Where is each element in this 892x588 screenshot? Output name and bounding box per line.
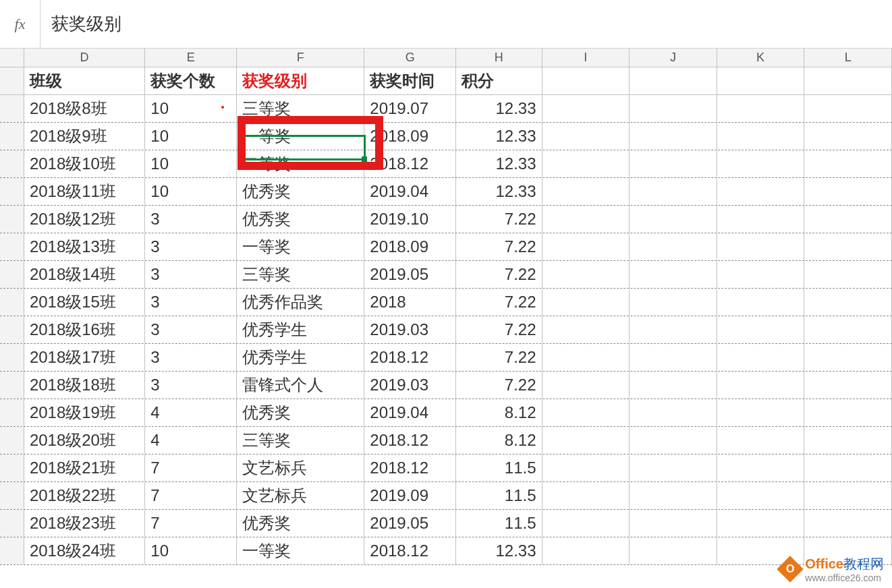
cell-award-level[interactable]: 三等奖 — [237, 95, 364, 122]
cell-class[interactable]: 2018级24班 — [24, 537, 145, 564]
cell-empty-L[interactable] — [804, 510, 892, 537]
cell-empty-K[interactable] — [717, 510, 805, 537]
select-all-corner[interactable] — [0, 49, 24, 67]
cell-empty-K[interactable] — [717, 344, 805, 371]
row-header[interactable] — [0, 123, 24, 150]
cell-empty-I[interactable] — [542, 399, 630, 426]
cell-award-level[interactable]: 优秀学生 — [237, 316, 364, 343]
header-empty-I[interactable] — [542, 67, 630, 94]
cell-score[interactable]: 8.12 — [456, 427, 542, 454]
cell-class[interactable]: 2018级20班 — [24, 427, 145, 454]
cell-empty-J[interactable] — [630, 482, 717, 509]
cell-score[interactable]: 12.33 — [456, 123, 542, 150]
spreadsheet-grid[interactable]: D E F G H I J K L 班级获奖个数获奖级别获奖时间积分2018级8… — [0, 49, 892, 565]
col-header-F[interactable]: F — [237, 49, 364, 67]
cell-empty-I[interactable] — [542, 510, 630, 537]
row-header[interactable] — [0, 206, 24, 233]
header-award-time[interactable]: 获奖时间 — [364, 67, 456, 94]
row-header[interactable] — [0, 95, 24, 122]
cell-empty-I[interactable] — [542, 537, 630, 564]
col-header-I[interactable]: I — [542, 49, 630, 67]
cell-award-time[interactable]: 2018 — [364, 289, 456, 316]
cell-award-time[interactable]: 2018.12 — [364, 427, 456, 454]
row-header[interactable] — [0, 316, 24, 343]
col-header-K[interactable]: K — [717, 49, 805, 67]
cell-empty-J[interactable] — [630, 95, 717, 122]
cell-empty-J[interactable] — [630, 123, 717, 150]
cell-score[interactable]: 11.5 — [456, 482, 542, 509]
cell-empty-I[interactable] — [542, 316, 630, 343]
cell-award-count[interactable]: 7 — [145, 482, 237, 509]
cell-empty-J[interactable] — [630, 261, 717, 288]
col-header-H[interactable]: H — [456, 49, 542, 67]
cell-award-time[interactable]: 2019.10 — [364, 206, 456, 233]
cell-empty-J[interactable] — [630, 510, 717, 537]
cell-score[interactable]: 7.22 — [456, 233, 542, 260]
cell-empty-J[interactable] — [630, 537, 717, 564]
cell-class[interactable]: 2018级10班 — [24, 150, 145, 177]
header-award-level[interactable]: 获奖级别 — [237, 67, 364, 94]
cell-empty-K[interactable] — [717, 206, 805, 233]
cell-class[interactable]: 2018级21班 — [24, 454, 145, 481]
cell-empty-L[interactable] — [804, 289, 892, 316]
cell-award-count[interactable]: 3 — [145, 344, 237, 371]
row-header[interactable] — [0, 482, 24, 509]
cell-score[interactable]: 12.33 — [456, 95, 542, 122]
cell-award-count[interactable]: 3 — [145, 206, 237, 233]
cell-award-time[interactable]: 2018.12 — [364, 150, 456, 177]
cell-empty-I[interactable] — [542, 123, 630, 150]
cell-empty-I[interactable] — [542, 178, 630, 205]
cell-empty-J[interactable] — [630, 289, 717, 316]
cell-empty-L[interactable] — [804, 123, 892, 150]
cell-empty-J[interactable] — [630, 150, 717, 177]
cell-empty-I[interactable] — [542, 454, 630, 481]
cell-score[interactable]: 7.22 — [456, 206, 542, 233]
col-header-J[interactable]: J — [630, 49, 717, 67]
cell-award-level[interactable]: 文艺标兵 — [237, 482, 364, 509]
cell-award-level[interactable]: 文艺标兵 — [237, 454, 364, 481]
cell-class[interactable]: 2018级13班 — [24, 233, 145, 260]
header-empty-J[interactable] — [630, 67, 717, 94]
row-header[interactable] — [0, 344, 24, 371]
cell-award-time[interactable]: 2019.07 — [364, 95, 456, 122]
cell-class[interactable]: 2018级11班 — [24, 178, 145, 205]
cell-award-count[interactable]: 10 — [145, 123, 237, 150]
cell-score[interactable]: 8.12 — [456, 399, 542, 426]
col-header-G[interactable]: G — [364, 49, 456, 67]
cell-award-count[interactable]: 10 — [145, 150, 237, 177]
cell-award-count[interactable]: 7 — [145, 510, 237, 537]
cell-empty-I[interactable] — [542, 150, 630, 177]
formula-input[interactable] — [40, 0, 892, 48]
cell-empty-K[interactable] — [717, 261, 805, 288]
cell-empty-K[interactable] — [717, 233, 805, 260]
cell-empty-J[interactable] — [630, 206, 717, 233]
row-header[interactable] — [0, 427, 24, 454]
cell-score[interactable]: 12.33 — [456, 178, 542, 205]
cell-award-count[interactable]: 4 — [145, 399, 237, 426]
cell-class[interactable]: 2018级16班 — [24, 316, 145, 343]
cell-score[interactable]: 7.22 — [456, 289, 542, 316]
cell-award-level[interactable]: 优秀奖 — [237, 399, 364, 426]
cell-award-time[interactable]: 2019.04 — [364, 399, 456, 426]
cell-award-level[interactable]: 优秀学生 — [237, 344, 364, 371]
cell-award-time[interactable]: 2019.03 — [364, 372, 456, 399]
cell-empty-L[interactable] — [804, 316, 892, 343]
cell-empty-I[interactable] — [542, 427, 630, 454]
cell-award-count[interactable]: 3 — [145, 289, 237, 316]
cell-empty-L[interactable] — [804, 454, 892, 481]
cell-empty-I[interactable] — [542, 482, 630, 509]
cell-score[interactable]: 12.33 — [456, 537, 542, 564]
header-empty-K[interactable] — [717, 67, 805, 94]
cell-empty-J[interactable] — [630, 233, 717, 260]
cell-empty-K[interactable] — [717, 178, 805, 205]
cell-award-level[interactable]: 优秀奖 — [237, 510, 364, 537]
cell-empty-L[interactable] — [804, 233, 892, 260]
cell-award-time[interactable]: 2019.05 — [364, 261, 456, 288]
cell-empty-K[interactable] — [717, 399, 805, 426]
header-class[interactable]: 班级 — [24, 67, 145, 94]
cell-award-time[interactable]: 2019.05 — [364, 510, 456, 537]
cell-award-time[interactable]: 2018.09 — [364, 123, 456, 150]
cell-empty-K[interactable] — [717, 95, 805, 122]
cell-award-time[interactable]: 2018.12 — [364, 344, 456, 371]
cell-empty-I[interactable] — [542, 344, 630, 371]
